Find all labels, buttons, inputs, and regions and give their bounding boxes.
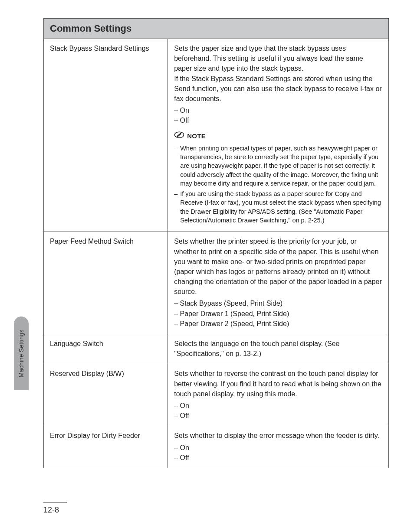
pencil-icon [174, 131, 184, 141]
table-row: Error Display for Dirty Feeder Sets whet… [44, 426, 389, 468]
setting-desc-cell: Sets the paper size and type that the st… [168, 39, 389, 232]
setting-desc-cell: Selects the language on the touch panel … [168, 334, 389, 364]
settings-table: Common Settings Stack Bypass Standard Se… [43, 18, 389, 468]
setting-desc-cell: Sets whether to display the error messag… [168, 426, 389, 468]
option: Off [174, 453, 382, 463]
page-number: 12-8 [43, 503, 67, 515]
setting-desc: Sets whether the printer speed is the pr… [174, 236, 382, 297]
option: On [174, 401, 382, 411]
option: Off [174, 115, 382, 125]
note-heading: NOTE [174, 131, 382, 141]
option: Paper Drawer 2 (Speed, Print Side) [174, 319, 382, 329]
setting-name: Language Switch [44, 334, 168, 364]
setting-options: Stack Bypass (Speed, Print Side) Paper D… [174, 298, 382, 329]
table-row: Stack Bypass Standard Settings Sets the … [44, 39, 389, 232]
note-label: NOTE [187, 131, 206, 141]
table-header: Common Settings [44, 19, 389, 39]
table-row: Language Switch Selects the language on … [44, 334, 389, 364]
setting-desc: Sets whether to display the error messag… [174, 431, 382, 441]
setting-options: On Off [174, 443, 382, 463]
setting-desc-cell: Sets whether the printer speed is the pr… [168, 232, 389, 334]
setting-desc: Selects the language on the touch panel … [174, 339, 382, 359]
table-row: Reserved Display (B/W) Sets whether to r… [44, 364, 389, 426]
setting-name: Paper Feed Method Switch [44, 232, 168, 334]
setting-desc: Sets whether to reverse the contrast on … [174, 369, 382, 399]
setting-options: On Off [174, 105, 382, 125]
setting-desc: Sets the paper size and type that the st… [174, 43, 382, 104]
note-item: When printing on special types of paper,… [174, 144, 382, 188]
setting-options: On Off [174, 401, 382, 421]
setting-name: Error Display for Dirty Feeder [44, 426, 168, 468]
option: On [174, 443, 382, 453]
setting-name: Stack Bypass Standard Settings [44, 39, 168, 232]
note-item: If you are using the stack bypass as a p… [174, 189, 382, 225]
option: On [174, 105, 382, 115]
setting-name: Reserved Display (B/W) [44, 364, 168, 426]
table-row: Paper Feed Method Switch Sets whether th… [44, 232, 389, 334]
sidebar-tab: Machine Settings [14, 317, 29, 390]
option: Off [174, 411, 382, 421]
setting-desc-cell: Sets whether to reverse the contrast on … [168, 364, 389, 426]
table-header-row: Common Settings [44, 19, 389, 39]
option: Stack Bypass (Speed, Print Side) [174, 298, 382, 308]
sidebar-tab-label: Machine Settings [18, 330, 25, 378]
note-list: When printing on special types of paper,… [174, 144, 382, 225]
option: Paper Drawer 1 (Speed, Print Side) [174, 309, 382, 319]
